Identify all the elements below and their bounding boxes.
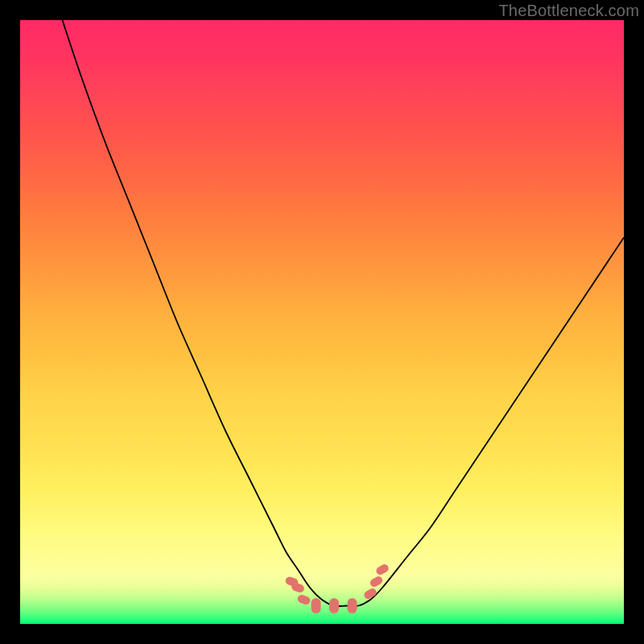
- chart-frame: TheBottleneck.com: [0, 0, 644, 644]
- plot-svg: [20, 20, 624, 624]
- marker-point: [363, 587, 378, 601]
- curve-path: [63, 20, 625, 606]
- marker-point: [348, 598, 357, 613]
- marker-point: [375, 563, 390, 576]
- marker-point: [329, 598, 339, 613]
- marker-point: [312, 598, 321, 613]
- plot-area: [20, 20, 624, 624]
- marker-point: [296, 594, 311, 606]
- marker-group: [284, 563, 390, 613]
- marker-point: [369, 575, 384, 588]
- watermark-text: TheBottleneck.com: [498, 2, 639, 20]
